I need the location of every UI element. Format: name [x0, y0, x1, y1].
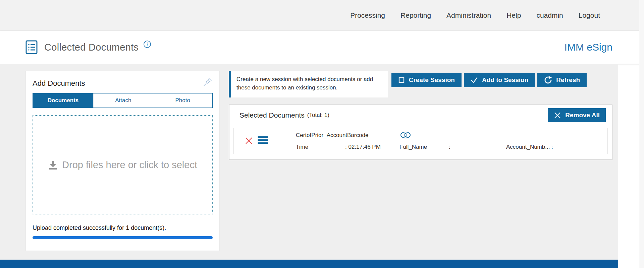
- refresh-button[interactable]: Refresh: [537, 73, 587, 87]
- tab-documents[interactable]: Documents: [33, 93, 93, 108]
- page-header: Collected Documents i IMM eSign: [0, 31, 644, 64]
- preview-eye-icon[interactable]: [400, 131, 411, 139]
- nav-item-reporting[interactable]: Reporting: [400, 11, 431, 19]
- tab-attach[interactable]: Attach: [93, 93, 153, 108]
- upload-status-text: Upload completed successfully for 1 docu…: [33, 224, 213, 231]
- selected-documents-total: (Total: 1): [307, 112, 329, 119]
- vertical-scrollbar[interactable]: [639, 0, 644, 268]
- add-to-session-label: Add to Session: [482, 76, 528, 84]
- svg-text:i: i: [147, 42, 148, 47]
- nav-item-processing[interactable]: Processing: [350, 11, 385, 19]
- time-value: : 02:17:46 PM: [345, 144, 381, 150]
- add-to-session-button[interactable]: Add to Session: [464, 73, 535, 87]
- nav-item-logout[interactable]: Logout: [579, 11, 600, 19]
- check-icon: [471, 77, 478, 83]
- time-label: Time: [296, 144, 308, 150]
- top-nav: Processing Reporting Administration Help…: [0, 0, 639, 31]
- add-documents-title: Add Documents: [33, 77, 85, 88]
- selected-documents-panel: Selected Documents (Total: 1) Remove All: [229, 105, 612, 160]
- session-info-message: Create a new session with selected docum…: [229, 71, 388, 97]
- brand-logo: IMM eSign: [565, 42, 612, 53]
- info-icon[interactable]: i: [143, 40, 151, 48]
- refresh-icon: [544, 76, 552, 84]
- file-dropzone[interactable]: Drop files here or click to select: [33, 115, 213, 214]
- footer-bar: [0, 260, 618, 268]
- account-number-label: Account_Numb... :: [506, 144, 553, 150]
- main-content: Add Documents Documents Attach Photo: [0, 64, 618, 260]
- selected-documents-title: Selected Documents: [239, 111, 305, 119]
- document-name: CertofPrior_AccountBarcode: [296, 132, 368, 139]
- tab-photo[interactable]: Photo: [153, 93, 213, 108]
- create-session-button[interactable]: Create Session: [391, 73, 462, 87]
- nav-item-help[interactable]: Help: [506, 11, 521, 19]
- full-name-value: :: [449, 144, 450, 150]
- upload-progress-bar: [33, 236, 213, 239]
- page-title: Collected Documents: [44, 42, 139, 53]
- remove-all-x-icon: [554, 112, 561, 119]
- full-name-label: Full_Name: [399, 144, 427, 150]
- remove-document-icon[interactable]: [245, 136, 253, 145]
- nav-item-user[interactable]: cuadmin: [536, 11, 563, 19]
- session-actions: Create Session Add to Session Refresh: [391, 73, 587, 87]
- pin-icon[interactable]: [203, 77, 213, 87]
- drag-handle-icon[interactable]: [258, 136, 268, 144]
- remove-all-label: Remove All: [565, 112, 600, 119]
- document-details: Time : 02:17:46 PM Full_Name : Account_N…: [296, 144, 598, 151]
- refresh-label: Refresh: [556, 76, 580, 84]
- selected-documents-header: Selected Documents (Total: 1) Remove All: [229, 105, 612, 125]
- page: Processing Reporting Administration Help…: [0, 0, 644, 268]
- dropzone-label: Drop files here or click to select: [62, 159, 197, 171]
- add-documents-card: Add Documents Documents Attach Photo: [25, 71, 220, 251]
- document-row: CertofPrior_AccountBarcode Time : 02:17:…: [233, 128, 608, 154]
- nav-item-administration[interactable]: Administration: [446, 11, 491, 19]
- create-session-label: Create Session: [409, 76, 455, 84]
- square-icon: [398, 77, 405, 83]
- remove-all-button[interactable]: Remove All: [548, 108, 606, 122]
- collected-documents-icon: [25, 40, 38, 55]
- add-documents-tabs: Documents Attach Photo: [33, 93, 213, 108]
- download-icon: [48, 159, 58, 170]
